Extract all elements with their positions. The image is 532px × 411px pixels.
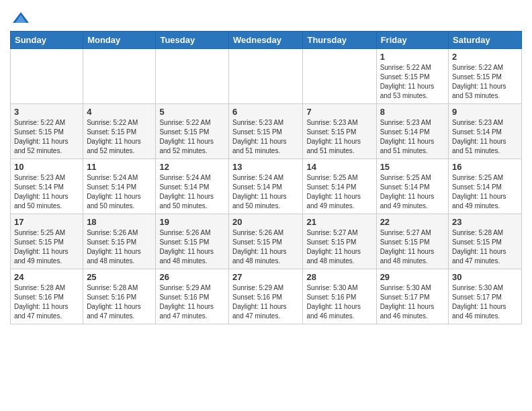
day-number: 11 (87, 162, 152, 172)
week-row-1: 1Sunrise: 5:22 AM Sunset: 5:15 PM Daylig… (11, 49, 522, 104)
calendar-cell: 13Sunrise: 5:24 AM Sunset: 5:14 PM Dayli… (229, 159, 303, 214)
week-row-4: 17Sunrise: 5:25 AM Sunset: 5:15 PM Dayli… (11, 214, 522, 269)
day-number: 2 (452, 52, 518, 62)
calendar-cell: 8Sunrise: 5:23 AM Sunset: 5:14 PM Daylig… (376, 104, 448, 159)
day-info: Sunrise: 5:22 AM Sunset: 5:15 PM Dayligh… (14, 118, 79, 156)
calendar-cell: 23Sunrise: 5:28 AM Sunset: 5:15 PM Dayli… (449, 214, 522, 269)
calendar-cell (303, 49, 376, 104)
page: SundayMondayTuesdayWednesdayThursdayFrid… (0, 0, 532, 334)
calendar-cell: 2Sunrise: 5:22 AM Sunset: 5:15 PM Daylig… (449, 49, 522, 104)
calendar-cell (229, 49, 303, 104)
logo-area (10, 7, 30, 26)
calendar-cell: 24Sunrise: 5:28 AM Sunset: 5:16 PM Dayli… (11, 269, 83, 324)
day-number: 9 (452, 107, 518, 117)
calendar-cell: 22Sunrise: 5:27 AM Sunset: 5:15 PM Dayli… (376, 214, 448, 269)
day-number: 25 (87, 272, 152, 282)
day-number: 27 (232, 272, 299, 282)
day-info: Sunrise: 5:23 AM Sunset: 5:15 PM Dayligh… (306, 118, 372, 156)
calendar-cell: 29Sunrise: 5:30 AM Sunset: 5:17 PM Dayli… (376, 269, 448, 324)
calendar-cell: 7Sunrise: 5:23 AM Sunset: 5:15 PM Daylig… (303, 104, 376, 159)
day-info: Sunrise: 5:24 AM Sunset: 5:14 PM Dayligh… (232, 173, 299, 211)
calendar-cell: 14Sunrise: 5:25 AM Sunset: 5:14 PM Dayli… (303, 159, 376, 214)
calendar-cell: 6Sunrise: 5:23 AM Sunset: 5:15 PM Daylig… (229, 104, 303, 159)
day-info: Sunrise: 5:22 AM Sunset: 5:15 PM Dayligh… (380, 63, 445, 101)
calendar-cell: 19Sunrise: 5:26 AM Sunset: 5:15 PM Dayli… (156, 214, 229, 269)
day-info: Sunrise: 5:24 AM Sunset: 5:14 PM Dayligh… (159, 173, 225, 211)
header (10, 7, 522, 26)
day-info: Sunrise: 5:26 AM Sunset: 5:15 PM Dayligh… (87, 228, 152, 266)
calendar-cell (11, 49, 83, 104)
calendar-cell: 1Sunrise: 5:22 AM Sunset: 5:15 PM Daylig… (376, 49, 448, 104)
calendar-cell: 25Sunrise: 5:28 AM Sunset: 5:16 PM Dayli… (83, 269, 156, 324)
day-info: Sunrise: 5:25 AM Sunset: 5:15 PM Dayligh… (14, 228, 79, 266)
day-info: Sunrise: 5:22 AM Sunset: 5:15 PM Dayligh… (159, 118, 225, 156)
day-number: 22 (380, 217, 445, 227)
day-number: 15 (380, 162, 445, 172)
day-info: Sunrise: 5:26 AM Sunset: 5:15 PM Dayligh… (159, 228, 225, 266)
weekday-header-saturday: Saturday (449, 32, 522, 49)
calendar-cell (156, 49, 229, 104)
calendar-table: SundayMondayTuesdayWednesdayThursdayFrid… (10, 31, 522, 324)
day-number: 21 (306, 217, 372, 227)
day-info: Sunrise: 5:29 AM Sunset: 5:16 PM Dayligh… (159, 283, 225, 321)
weekday-header-friday: Friday (376, 32, 448, 49)
day-number: 20 (232, 217, 299, 227)
day-number: 3 (14, 107, 79, 117)
day-info: Sunrise: 5:24 AM Sunset: 5:14 PM Dayligh… (87, 173, 152, 211)
calendar-cell: 26Sunrise: 5:29 AM Sunset: 5:16 PM Dayli… (156, 269, 229, 324)
day-number: 10 (14, 162, 79, 172)
day-number: 18 (87, 217, 152, 227)
day-number: 29 (380, 272, 445, 282)
day-info: Sunrise: 5:30 AM Sunset: 5:17 PM Dayligh… (380, 283, 445, 321)
day-number: 23 (452, 217, 518, 227)
day-number: 6 (232, 107, 299, 117)
day-number: 7 (306, 107, 372, 117)
day-number: 13 (232, 162, 299, 172)
day-number: 30 (452, 272, 518, 282)
day-info: Sunrise: 5:22 AM Sunset: 5:15 PM Dayligh… (452, 63, 518, 101)
calendar-cell: 30Sunrise: 5:30 AM Sunset: 5:17 PM Dayli… (449, 269, 522, 324)
calendar-cell: 12Sunrise: 5:24 AM Sunset: 5:14 PM Dayli… (156, 159, 229, 214)
calendar-cell: 27Sunrise: 5:29 AM Sunset: 5:16 PM Dayli… (229, 269, 303, 324)
day-info: Sunrise: 5:23 AM Sunset: 5:15 PM Dayligh… (232, 118, 299, 156)
day-info: Sunrise: 5:25 AM Sunset: 5:14 PM Dayligh… (452, 173, 518, 211)
weekday-header-tuesday: Tuesday (156, 32, 229, 49)
calendar-cell: 3Sunrise: 5:22 AM Sunset: 5:15 PM Daylig… (11, 104, 83, 159)
day-number: 1 (380, 52, 445, 62)
week-row-2: 3Sunrise: 5:22 AM Sunset: 5:15 PM Daylig… (11, 104, 522, 159)
calendar-cell: 4Sunrise: 5:22 AM Sunset: 5:15 PM Daylig… (83, 104, 156, 159)
weekday-header-monday: Monday (83, 32, 156, 49)
day-info: Sunrise: 5:28 AM Sunset: 5:16 PM Dayligh… (87, 283, 152, 321)
calendar-cell: 5Sunrise: 5:22 AM Sunset: 5:15 PM Daylig… (156, 104, 229, 159)
calendar-cell: 15Sunrise: 5:25 AM Sunset: 5:14 PM Dayli… (376, 159, 448, 214)
day-number: 14 (306, 162, 372, 172)
day-number: 5 (159, 107, 225, 117)
day-number: 17 (14, 217, 79, 227)
calendar-cell (83, 49, 156, 104)
day-number: 12 (159, 162, 225, 172)
day-info: Sunrise: 5:25 AM Sunset: 5:14 PM Dayligh… (306, 173, 372, 211)
day-number: 19 (159, 217, 225, 227)
week-row-3: 10Sunrise: 5:23 AM Sunset: 5:14 PM Dayli… (11, 159, 522, 214)
day-info: Sunrise: 5:26 AM Sunset: 5:15 PM Dayligh… (232, 228, 299, 266)
weekday-header-wednesday: Wednesday (229, 32, 303, 49)
day-info: Sunrise: 5:25 AM Sunset: 5:14 PM Dayligh… (380, 173, 445, 211)
day-number: 8 (380, 107, 445, 117)
calendar-cell: 18Sunrise: 5:26 AM Sunset: 5:15 PM Dayli… (83, 214, 156, 269)
day-info: Sunrise: 5:27 AM Sunset: 5:15 PM Dayligh… (306, 228, 372, 266)
day-number: 26 (159, 272, 225, 282)
day-info: Sunrise: 5:29 AM Sunset: 5:16 PM Dayligh… (232, 283, 299, 321)
calendar-cell: 9Sunrise: 5:23 AM Sunset: 5:14 PM Daylig… (449, 104, 522, 159)
day-info: Sunrise: 5:27 AM Sunset: 5:15 PM Dayligh… (380, 228, 445, 266)
calendar-cell: 16Sunrise: 5:25 AM Sunset: 5:14 PM Dayli… (449, 159, 522, 214)
day-info: Sunrise: 5:22 AM Sunset: 5:15 PM Dayligh… (87, 118, 152, 156)
calendar-cell: 11Sunrise: 5:24 AM Sunset: 5:14 PM Dayli… (83, 159, 156, 214)
calendar-cell: 21Sunrise: 5:27 AM Sunset: 5:15 PM Dayli… (303, 214, 376, 269)
day-number: 24 (14, 272, 79, 282)
calendar-cell: 17Sunrise: 5:25 AM Sunset: 5:15 PM Dayli… (11, 214, 83, 269)
calendar-cell: 20Sunrise: 5:26 AM Sunset: 5:15 PM Dayli… (229, 214, 303, 269)
logo-icon (11, 9, 30, 28)
day-info: Sunrise: 5:28 AM Sunset: 5:15 PM Dayligh… (452, 228, 518, 266)
week-row-5: 24Sunrise: 5:28 AM Sunset: 5:16 PM Dayli… (11, 269, 522, 324)
day-info: Sunrise: 5:30 AM Sunset: 5:16 PM Dayligh… (306, 283, 372, 321)
